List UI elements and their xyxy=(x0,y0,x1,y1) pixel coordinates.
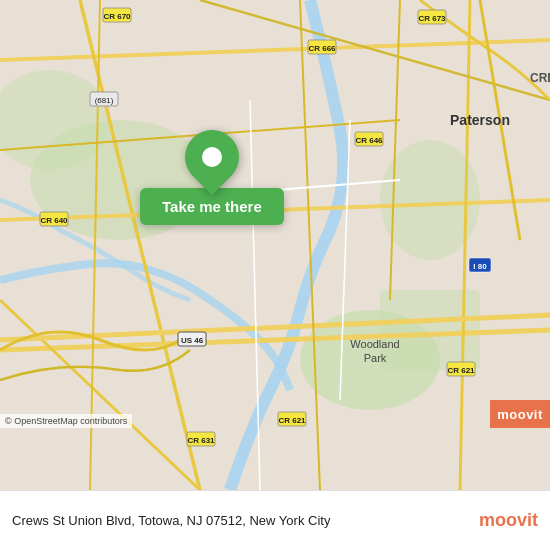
popup-container: Take me there xyxy=(140,130,284,225)
svg-text:CR 666: CR 666 xyxy=(308,44,336,53)
moovit-box-label: moovit xyxy=(497,407,543,422)
svg-text:US 46: US 46 xyxy=(181,336,204,345)
moovit-logo: moovit xyxy=(479,510,538,531)
address-text: Crews St Union Blvd, Totowa, NJ 07512, N… xyxy=(12,513,479,528)
svg-text:CR 631: CR 631 xyxy=(187,436,215,445)
map-container: CR 670 CR 673 CR 666 (681) CR 640 CR 646… xyxy=(0,0,550,490)
svg-text:CR 673: CR 673 xyxy=(418,14,446,23)
svg-text:I 80: I 80 xyxy=(473,262,487,271)
svg-text:CR 621: CR 621 xyxy=(447,366,475,375)
osm-attribution: © OpenStreetMap contributors xyxy=(0,414,132,428)
moovit-logo-text: moovit xyxy=(479,510,538,531)
svg-text:(681): (681) xyxy=(95,96,114,105)
location-pin-inner xyxy=(202,147,222,167)
svg-text:CR 621: CR 621 xyxy=(278,416,306,425)
svg-text:CR 646: CR 646 xyxy=(355,136,383,145)
svg-text:Park: Park xyxy=(364,352,387,364)
bottom-bar: Crews St Union Blvd, Totowa, NJ 07512, N… xyxy=(0,490,550,550)
svg-text:Woodland: Woodland xyxy=(350,338,399,350)
svg-text:CR 670: CR 670 xyxy=(103,12,131,21)
svg-text:CR 640: CR 640 xyxy=(40,216,68,225)
svg-text:CRE: CRE xyxy=(530,71,550,85)
location-pin-icon xyxy=(174,119,250,195)
moovit-corner-box: moovit xyxy=(490,400,550,428)
svg-text:Paterson: Paterson xyxy=(450,112,510,128)
osm-text: © OpenStreetMap contributors xyxy=(5,416,127,426)
